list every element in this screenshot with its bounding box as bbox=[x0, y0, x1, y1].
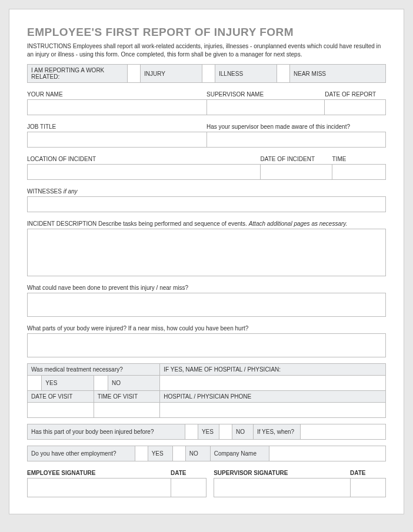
label-supervisor-name: SUPERVISOR NAME bbox=[206, 89, 325, 99]
input-employee-sig[interactable] bbox=[28, 479, 171, 497]
form-title: EMPLOYEE'S FIRST REPORT OF INJURY FORM bbox=[27, 26, 386, 39]
label-location: LOCATION OF INCIDENT bbox=[27, 153, 261, 164]
input-date-1[interactable] bbox=[171, 479, 206, 497]
label-witnesses: WITNESSES if any bbox=[27, 186, 386, 196]
input-date-visit[interactable] bbox=[28, 403, 94, 418]
input-company-name[interactable] bbox=[269, 446, 385, 461]
input-hospital-phone[interactable] bbox=[160, 403, 386, 418]
label-date-incident: DATE OF INCIDENT bbox=[261, 153, 332, 164]
label-prior-no: NO bbox=[232, 424, 253, 440]
label-employment-q: Do you have other employment? bbox=[28, 446, 135, 461]
label-date-1: DATE bbox=[171, 467, 206, 478]
other-employment-row: Do you have other employment? YES NO Com… bbox=[27, 446, 386, 461]
label-prior-yes: YES bbox=[198, 424, 219, 440]
label-employee-sig: EMPLOYEE SIGNATURE bbox=[27, 467, 171, 478]
input-hospital-name[interactable] bbox=[160, 376, 386, 391]
input-supervisor-aware[interactable] bbox=[206, 132, 386, 148]
check-illness[interactable] bbox=[202, 65, 215, 83]
label-employment-yes: YES bbox=[148, 446, 172, 461]
label-supervisor-sig: SUPERVISOR SIGNATURE bbox=[214, 467, 350, 478]
instructions-label: INSTRUCTIONS bbox=[27, 43, 71, 49]
check-injury[interactable] bbox=[128, 65, 141, 83]
label-prevention: What could nave been done to prevent thi… bbox=[27, 282, 386, 293]
input-your-name[interactable] bbox=[28, 100, 207, 115]
check-medical-no[interactable] bbox=[94, 376, 108, 391]
label-medical-yes: YES bbox=[42, 376, 94, 391]
instructions-text: INSTRUCTIONS Employees shall report all … bbox=[27, 42, 386, 58]
reporting-label: I AM REPORTING A WORK RELATED: bbox=[28, 65, 128, 83]
label-your-name: YOUR NAME bbox=[27, 89, 206, 99]
label-date-2: DATE bbox=[350, 467, 386, 478]
input-job-title[interactable] bbox=[28, 132, 207, 148]
form-page: EMPLOYEE'S FIRST REPORT OF INJURY FORM I… bbox=[9, 9, 404, 514]
option-illness: ILLNESS bbox=[215, 65, 277, 83]
option-nearmiss: NEAR MISS bbox=[290, 65, 386, 83]
input-prevention[interactable] bbox=[28, 293, 386, 317]
input-incident-desc[interactable] bbox=[28, 229, 386, 276]
input-supervisor-sig[interactable] bbox=[214, 479, 350, 497]
check-employment-yes[interactable] bbox=[135, 446, 148, 461]
reporting-type-row: I AM REPORTING A WORK RELATED: INJURY IL… bbox=[27, 64, 386, 83]
input-witnesses[interactable] bbox=[28, 197, 386, 212]
label-medical-no: NO bbox=[108, 376, 159, 391]
label-time-visit: TIME OF VISIT bbox=[94, 391, 160, 403]
label-job-title: JOB TITLE bbox=[27, 121, 206, 132]
input-location[interactable] bbox=[28, 165, 261, 180]
label-supervisor-aware: Has your supervisor been made aware of t… bbox=[206, 121, 386, 132]
input-supervisor-name[interactable] bbox=[206, 100, 325, 115]
check-nearmiss[interactable] bbox=[277, 65, 290, 83]
input-prior-when[interactable] bbox=[300, 424, 385, 440]
check-employment-no[interactable] bbox=[172, 446, 185, 461]
input-time-visit[interactable] bbox=[94, 403, 160, 418]
label-date-report: DATE OF REPORT bbox=[325, 89, 386, 99]
label-prior-when: If YES, when? bbox=[253, 424, 300, 440]
check-prior-no[interactable] bbox=[219, 424, 232, 440]
check-prior-yes[interactable] bbox=[185, 424, 198, 440]
name-row: YOUR NAME SUPERVISOR NAME DATE OF REPORT bbox=[27, 89, 386, 99]
label-body-parts: What parts of your body were injured? If… bbox=[27, 323, 386, 333]
label-date-visit: DATE OF VISIT bbox=[28, 391, 94, 403]
label-medical-necessary: Was medical treatment necessary? bbox=[28, 364, 160, 376]
prior-injury-row: Has this part of your body been injured … bbox=[27, 424, 386, 440]
option-injury: INJURY bbox=[141, 65, 202, 83]
input-date-report[interactable] bbox=[325, 100, 386, 115]
label-time: TIME bbox=[332, 153, 387, 164]
input-time[interactable] bbox=[332, 165, 385, 180]
label-company-name: Company Name bbox=[210, 446, 269, 461]
label-hospital-phone: HOSPITAL / PHYSICIAN PHONE bbox=[160, 391, 386, 403]
medical-block: Was medical treatment necessary? IF YES,… bbox=[27, 363, 386, 418]
input-date-incident[interactable] bbox=[260, 165, 332, 180]
input-date-2[interactable] bbox=[350, 479, 385, 497]
check-medical-yes[interactable] bbox=[28, 376, 42, 391]
label-incident-desc: INCIDENT DESCRIPTION Describe tasks bein… bbox=[27, 218, 386, 229]
label-employment-no: NO bbox=[185, 446, 210, 461]
input-body-parts[interactable] bbox=[28, 334, 386, 357]
label-hospital-name: IF YES, NAME OF HOSPITAL / PHYSICIAN: bbox=[160, 364, 386, 376]
label-prior-q: Has this part of your body been injured … bbox=[28, 424, 185, 440]
